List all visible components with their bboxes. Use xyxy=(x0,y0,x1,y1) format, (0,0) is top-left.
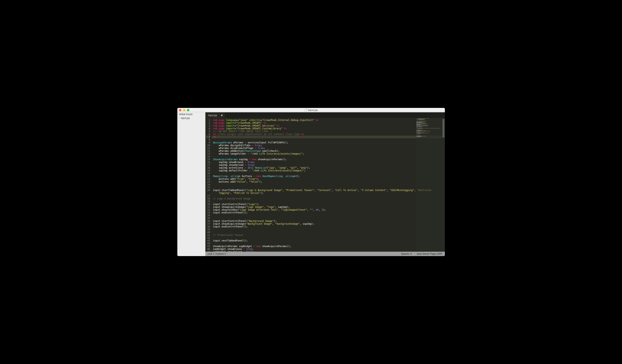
sidebar-file-item[interactable]: input.jsp xyxy=(177,116,205,120)
file-icon xyxy=(304,109,307,111)
close-icon[interactable] xyxy=(179,109,181,111)
tab-inputjsp[interactable]: input.jsp xyxy=(205,113,225,118)
status-position[interactable]: Line 7, Column 3 xyxy=(208,253,226,255)
open-files-header: OPEN FILES xyxy=(177,112,205,116)
tab-label: input.jsp xyxy=(208,114,217,117)
window-title: input.jsp xyxy=(304,109,318,111)
editor-window: input.jsp OPEN FILES input.jsp input.jsp… xyxy=(177,108,445,256)
minimize-icon[interactable] xyxy=(183,109,185,111)
dirty-indicator-icon[interactable] xyxy=(221,114,223,116)
vertical-scrollbar[interactable] xyxy=(442,118,445,252)
tab-bar: input.jsp xyxy=(205,112,445,118)
sidebar: OPEN FILES input.jsp xyxy=(177,112,205,256)
status-spaces[interactable]: Spaces: 4 xyxy=(401,253,412,255)
body-area: OPEN FILES input.jsp input.jsp 123456789… xyxy=(177,112,445,256)
window-title-text: input.jsp xyxy=(308,109,318,111)
status-bar: Line 7, Column 3 Spaces: 4 Java Server P… xyxy=(205,252,445,256)
editor-pane: input.jsp 123456789101112131415161718192… xyxy=(205,112,445,256)
code-area[interactable]: 1234567891011121314151617181920212223242… xyxy=(205,118,445,252)
code-content[interactable]: <%@ page language="java" inherits="Crown… xyxy=(212,118,445,252)
zoom-icon[interactable] xyxy=(187,109,189,111)
window-controls xyxy=(179,109,189,111)
scroll-thumb[interactable] xyxy=(443,119,445,138)
line-gutter[interactable]: 1234567891011121314151617181920212223242… xyxy=(205,118,212,252)
titlebar[interactable]: input.jsp xyxy=(177,108,445,112)
status-syntax[interactable]: Java Server Page (JSP) xyxy=(417,253,443,255)
